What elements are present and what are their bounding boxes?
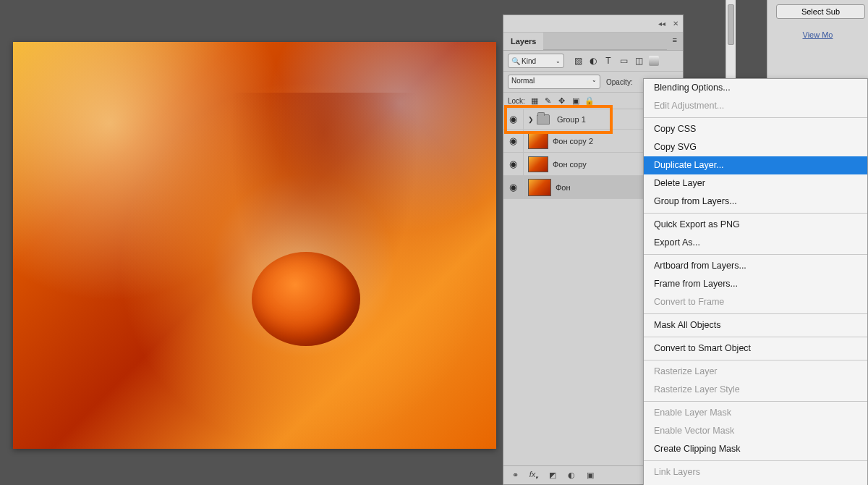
collapse-icon[interactable]: ◂◂	[658, 20, 665, 28]
context-menu-item[interactable]: Export As...	[644, 234, 867, 252]
context-menu-separator	[644, 337, 867, 337]
filter-kind-select[interactable]: 🔍 Kind ⌄	[508, 54, 564, 68]
context-menu-separator	[644, 313, 867, 314]
layer-name[interactable]: Фон copy	[553, 160, 587, 169]
context-menu-item[interactable]: Artboard from Layers...	[644, 257, 867, 275]
layer-thumbnail[interactable]	[528, 133, 548, 149]
filter-pixel-icon[interactable]: ▧	[573, 56, 583, 66]
context-menu-separator	[644, 460, 867, 461]
folder-icon	[537, 114, 550, 125]
context-menu: Blending Options...Edit Adjustment...Cop…	[643, 78, 868, 485]
layer-thumbnail[interactable]	[528, 156, 548, 172]
context-menu-separator	[644, 401, 867, 402]
layer-name[interactable]: Фон	[556, 183, 571, 192]
context-menu-separator	[644, 360, 867, 360]
lock-transparency-icon[interactable]: ▦	[529, 96, 540, 106]
filter-smart-icon[interactable]: ◫	[634, 56, 644, 66]
filter-text-icon[interactable]: T	[603, 56, 613, 66]
panel-menu-icon[interactable]: ≡	[667, 33, 683, 50]
context-menu-item[interactable]: Group from Layers...	[644, 193, 867, 211]
lock-all-icon[interactable]: 🔒	[584, 96, 595, 106]
visibility-toggle[interactable]: ◉	[503, 153, 524, 175]
context-menu-item[interactable]: Create Clipping Mask	[644, 440, 867, 458]
filter-type-icons: ▧ ◐ T ▭ ◫	[573, 56, 659, 66]
context-menu-item: Edit Adjustment...	[644, 97, 867, 115]
group-expand-icon[interactable]: ❯	[528, 116, 534, 123]
chevron-down-icon: ⌄	[556, 58, 561, 64]
lock-label: Lock:	[508, 97, 525, 105]
panel-tabs: Layers ≡	[503, 33, 683, 51]
select-subject-button[interactable]: Select Sub	[776, 4, 865, 19]
layer-thumbnail[interactable]	[528, 179, 551, 196]
context-menu-item: Rasterize Layer Style	[644, 381, 867, 399]
context-menu-item[interactable]: Copy SVG	[644, 138, 867, 156]
link-layers-icon[interactable]: ⚭	[509, 471, 521, 480]
visibility-toggle[interactable]: ◉	[503, 109, 524, 129]
tab-layers[interactable]: Layers	[503, 33, 543, 50]
context-menu-separator	[644, 254, 867, 255]
context-menu-item: Enable Vector Mask	[644, 422, 867, 440]
context-menu-separator	[644, 117, 867, 118]
panel-header: ◂◂ ✕	[503, 15, 683, 33]
filter-color-icon[interactable]	[649, 56, 659, 66]
visibility-toggle[interactable]: ◉	[503, 130, 524, 152]
view-more-link[interactable]: View Mo	[767, 30, 868, 39]
context-menu-item[interactable]: Duplicate Layer...	[644, 156, 867, 174]
context-menu-separator	[644, 213, 867, 214]
layer-name[interactable]: Фон copy 2	[553, 137, 593, 146]
context-menu-item[interactable]: Convert to Smart Object	[644, 340, 867, 358]
context-menu-item[interactable]: Copy CSS	[644, 120, 867, 138]
canvas-pumpkin	[252, 252, 360, 346]
context-menu-item: Convert to Frame	[644, 293, 867, 311]
filter-shape-icon[interactable]: ▭	[618, 56, 629, 66]
search-icon: 🔍	[511, 57, 520, 65]
document-canvas[interactable]	[13, 42, 496, 449]
context-menu-item: Enable Layer Mask	[644, 404, 867, 422]
filter-kind-label: Kind	[522, 57, 536, 65]
context-menu-item[interactable]: Mask All Objects	[644, 316, 867, 334]
adjustment-layer-icon[interactable]: ◐	[566, 471, 577, 480]
scrollbar-thumb[interactable]	[728, 4, 734, 45]
tab-gap	[543, 33, 666, 50]
blend-mode-value: Normal	[511, 77, 535, 85]
visibility-toggle[interactable]: ◉	[503, 176, 524, 198]
context-menu-item[interactable]: Frame from Layers...	[644, 275, 867, 293]
group-new-icon[interactable]: ▣	[584, 471, 596, 480]
filter-row: 🔍 Kind ⌄ ▧ ◐ T ▭ ◫	[503, 51, 683, 72]
lock-position-icon[interactable]: ✥	[557, 96, 567, 106]
lock-artboard-icon[interactable]: ▣	[571, 96, 581, 106]
chevron-down-icon: ⌄	[592, 77, 597, 83]
context-menu-item: Select Linked Layers	[644, 481, 867, 485]
context-menu-item: Rasterize Layer	[644, 363, 867, 381]
close-icon[interactable]: ✕	[673, 20, 678, 28]
layer-name[interactable]: Group 1	[557, 115, 586, 124]
context-menu-item[interactable]: Blending Options...	[644, 79, 867, 97]
context-menu-item: Link Layers	[644, 463, 867, 481]
lock-paint-icon[interactable]: ✎	[543, 96, 553, 106]
blend-mode-select[interactable]: Normal ⌄	[508, 75, 600, 89]
opacity-label: Opacity:	[606, 78, 633, 86]
mask-icon[interactable]: ◩	[547, 471, 558, 480]
context-menu-item[interactable]: Quick Export as PNG	[644, 216, 867, 234]
fx-icon[interactable]: fx▾	[528, 470, 540, 481]
context-menu-item[interactable]: Delete Layer	[644, 174, 867, 193]
filter-adjust-icon[interactable]: ◐	[588, 56, 598, 66]
